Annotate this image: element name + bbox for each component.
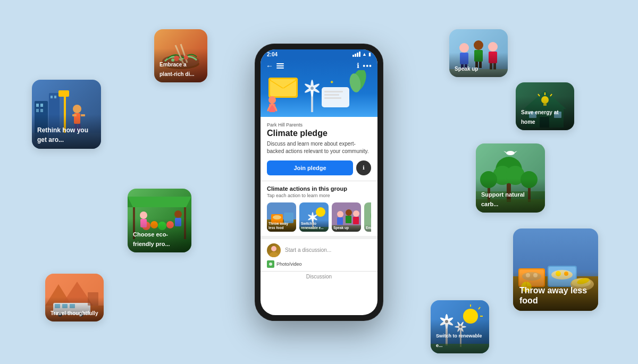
battery-icon: ▮ (368, 52, 371, 57)
action-card-speak-up[interactable]: Speak up (332, 202, 361, 232)
card-label-eco: Choose eco-friendly pro... (133, 231, 170, 247)
card-label-save-energy: Save energy at home (521, 109, 559, 125)
svg-point-159 (271, 246, 276, 251)
floating-card-travel[interactable]: Travel thoughtfully (45, 274, 104, 321)
svg-text:✦: ✦ (330, 79, 334, 85)
svg-point-10 (73, 105, 81, 113)
phone-nav-bar: ← ℹ ••• (261, 58, 377, 73)
status-icons: ▲ ▮ (352, 52, 371, 57)
svg-rect-7 (54, 96, 56, 98)
svg-point-142 (316, 207, 325, 217)
svg-point-153 (353, 210, 359, 217)
svg-point-32 (140, 211, 147, 219)
svg-rect-6 (51, 96, 53, 98)
svg-rect-121 (269, 104, 275, 112)
discussion-placeholder[interactable]: Start a discussion... (285, 247, 371, 253)
climate-actions-subtitle: Tap each action to learn more (267, 193, 371, 198)
action-card-throw-food[interactable]: Throw awayless food (267, 202, 296, 232)
phone-screen: 2:04 ▲ ▮ ← (261, 49, 377, 315)
svg-point-51 (474, 40, 483, 50)
pledge-title: Climate pledge (267, 129, 371, 138)
floating-card-save-energy[interactable]: Save energy at home (516, 82, 574, 130)
group-name: Park Hill Parents (267, 122, 371, 128)
svg-text:✦: ✦ (292, 80, 296, 83)
svg-rect-135 (324, 97, 341, 99)
join-pledge-row: Join pledge ℹ (267, 160, 371, 175)
svg-point-126 (310, 87, 314, 90)
phone-mockup: 2:04 ▲ ▮ ← (255, 44, 383, 320)
svg-rect-152 (346, 216, 351, 223)
svg-point-79 (506, 151, 515, 155)
card-label-rethink: Rethink how you get aro... (37, 126, 88, 144)
status-bar: 2:04 ▲ ▮ (261, 49, 377, 58)
card-label-throw-away-large: Throw away less food (519, 286, 587, 305)
card-label-speak-up: Speak up (455, 66, 478, 72)
phone-header: ← ℹ ••• (261, 58, 377, 117)
join-pledge-info-icon[interactable]: ℹ (356, 160, 371, 175)
info-icon[interactable]: ℹ (357, 62, 359, 70)
action-card-label-throw: Throw awayless food (267, 220, 296, 232)
user-avatar (267, 243, 281, 257)
floating-card-speak-up[interactable]: Speak up (449, 29, 508, 77)
action-card-renewable[interactable]: Switch torenewable e... (299, 202, 329, 232)
svg-point-34 (174, 210, 182, 218)
action-card-embrace[interactable]: Emb pla... (364, 202, 371, 232)
floating-card-switch-renewable[interactable]: Switch to renewable e... (431, 300, 489, 353)
photo-video-label: Photo/video (276, 261, 302, 267)
card-label-switch-renewable: Switch to renewable e... (436, 333, 482, 348)
svg-rect-4 (40, 109, 43, 112)
divider-1 (261, 181, 377, 181)
floating-card-throw-away-large[interactable]: Throw away less food (513, 228, 598, 311)
floating-card-support-natural[interactable]: Support natural carb... (476, 143, 545, 213)
photo-video-row[interactable]: Photo/video (267, 260, 371, 271)
pledge-description: Discuss and learn more about expert-back… (267, 140, 371, 155)
svg-point-162 (269, 263, 272, 266)
floating-card-eco-friendly[interactable]: Choose eco-friendly pro... (128, 189, 191, 252)
phone-shell: 2:04 ▲ ▮ ← (255, 44, 383, 320)
menu-icon (276, 63, 284, 69)
action-card-label-speak-up: Speak up (332, 224, 361, 232)
svg-rect-133 (324, 91, 343, 92)
photo-icon (267, 260, 274, 268)
join-pledge-button[interactable]: Join pledge (267, 160, 353, 175)
svg-point-55 (488, 42, 498, 52)
svg-point-160 (270, 252, 278, 257)
svg-point-120 (268, 96, 276, 104)
svg-rect-3 (36, 109, 39, 112)
wifi-icon: ▲ (362, 52, 367, 57)
svg-rect-2 (40, 104, 43, 107)
floating-card-rethink[interactable]: Rethink how you get aro... (32, 80, 101, 149)
card-label-support-natural: Support natural carb... (481, 191, 525, 207)
divider-3 (261, 271, 377, 272)
svg-rect-134 (324, 94, 339, 96)
card-label-plant-rich: Embrace a plant-rich di... (160, 62, 195, 77)
svg-rect-154 (353, 217, 359, 224)
action-card-label-renewable: Switch torenewable e... (299, 220, 329, 232)
svg-rect-9 (58, 90, 69, 97)
floating-card-plant-rich[interactable]: Embrace a plant-rich di... (154, 29, 207, 82)
back-icon[interactable]: ← (266, 62, 273, 70)
svg-marker-25 (128, 197, 191, 207)
svg-point-149 (337, 211, 343, 217)
svg-point-151 (346, 209, 352, 216)
discussion-input-row: Start a discussion... (267, 243, 371, 260)
discussion-section-label: Discussion (267, 274, 371, 280)
svg-point-47 (459, 43, 469, 53)
phone-body: Park Hill Parents Climate pledge Discuss… (261, 117, 377, 283)
climate-actions-title: Climate actions in this group (267, 185, 371, 192)
svg-rect-150 (337, 217, 343, 225)
action-card-label-embrace: Emb pla... (364, 224, 371, 232)
action-cards-row: Throw awayless food Swit (267, 202, 371, 232)
status-time: 2:04 (267, 52, 278, 57)
card-label-travel: Travel thoughtfully (51, 310, 98, 316)
more-icon[interactable]: ••• (363, 62, 372, 70)
svg-point-140 (273, 215, 281, 219)
svg-rect-1 (36, 104, 39, 107)
divider-2 (261, 236, 377, 239)
